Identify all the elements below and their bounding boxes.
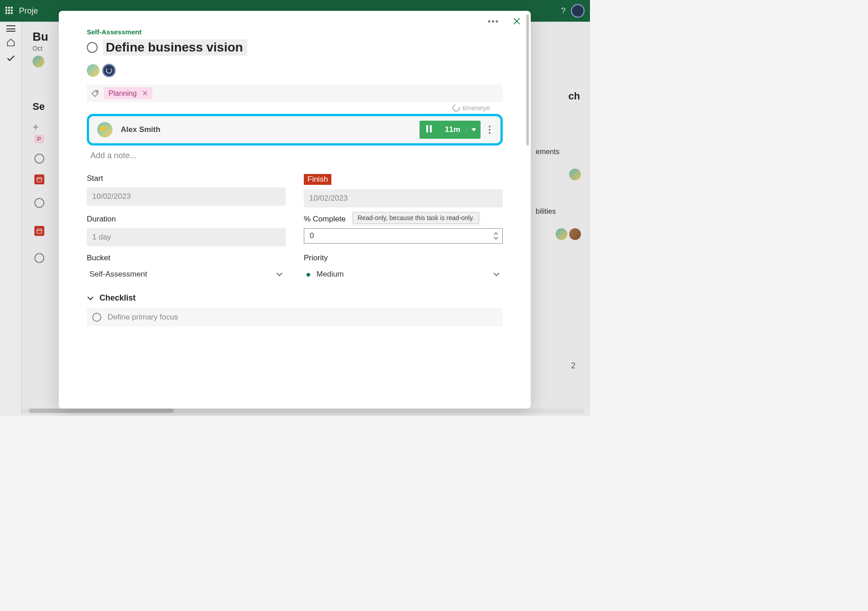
tag-pill[interactable]: Planning ✕ <box>104 87 152 99</box>
checklist-item[interactable]: Define primary focus <box>87 308 503 326</box>
finish-date-input[interactable] <box>304 189 503 207</box>
bucket-label: Bucket <box>87 254 286 263</box>
breadcrumb[interactable]: Self-Assessment <box>87 28 503 36</box>
tag-icon <box>90 89 99 98</box>
timer-brand: timeneye <box>453 104 490 112</box>
timeneye-icon <box>451 103 461 113</box>
priority-value: Medium <box>316 270 344 278</box>
timer-dropdown-icon[interactable] <box>467 126 481 134</box>
assignee-avatar[interactable] <box>102 64 116 77</box>
chevron-down-icon <box>87 296 94 301</box>
remove-tag-icon[interactable]: ✕ <box>142 89 148 98</box>
note-input[interactable]: Add a note... <box>90 151 503 160</box>
duration-label: Duration <box>87 215 286 224</box>
finish-label: Finish <box>304 174 331 185</box>
duration-input[interactable] <box>87 228 286 246</box>
percent-value: 0 <box>310 231 314 240</box>
priority-dropdown[interactable]: Medium <box>304 266 503 282</box>
priority-indicator-icon <box>307 273 310 277</box>
more-options-icon[interactable]: ••• <box>488 17 499 26</box>
modal-scrollbar[interactable] <box>526 14 529 146</box>
timer-more-icon[interactable] <box>487 124 492 136</box>
priority-label: Priority <box>304 254 503 263</box>
close-icon[interactable] <box>512 16 522 26</box>
svg-rect-7 <box>426 125 428 132</box>
chevron-down-icon <box>493 272 500 277</box>
bucket-value: Self-Assessment <box>90 270 147 279</box>
timer-user-avatar <box>97 122 113 137</box>
checklist-item-checkbox[interactable] <box>92 313 101 322</box>
svg-rect-8 <box>430 125 432 132</box>
percent-complete-input[interactable]: 0 <box>304 228 503 244</box>
tag-label: Planning <box>108 89 137 98</box>
bucket-dropdown[interactable]: Self-Assessment <box>87 266 286 282</box>
checklist-item-text[interactable]: Define primary focus <box>108 313 178 322</box>
checklist-title: Checklist <box>99 293 136 303</box>
svg-point-6 <box>96 91 97 93</box>
modal-overlay: ••• Self-Assessment Define business visi… <box>0 0 590 416</box>
timer-user-name: Alex Smith <box>121 125 420 134</box>
readonly-tooltip: Read-only, because this task is read-onl… <box>353 212 479 224</box>
stepper-up-icon[interactable] <box>493 231 499 236</box>
task-title-input[interactable]: Define business vision <box>103 39 247 56</box>
tags-row[interactable]: Planning ✕ <box>87 85 503 102</box>
chevron-down-icon <box>276 272 283 277</box>
checklist-header[interactable]: Checklist <box>87 293 503 303</box>
timer-control[interactable]: 11m <box>420 121 481 139</box>
timer-row: Alex Smith 11m <box>87 114 503 146</box>
timer-brand-label: timeneye <box>462 104 490 112</box>
start-date-input[interactable] <box>87 188 286 206</box>
complete-task-checkbox[interactable] <box>87 42 98 53</box>
assignee-avatar[interactable] <box>87 64 99 77</box>
timer-duration: 11m <box>439 125 467 134</box>
assignees-row[interactable] <box>87 64 503 77</box>
start-label: Start <box>87 174 286 183</box>
stepper-down-icon[interactable] <box>493 236 499 240</box>
pause-icon[interactable] <box>420 125 439 134</box>
task-modal: ••• Self-Assessment Define business visi… <box>59 11 531 409</box>
